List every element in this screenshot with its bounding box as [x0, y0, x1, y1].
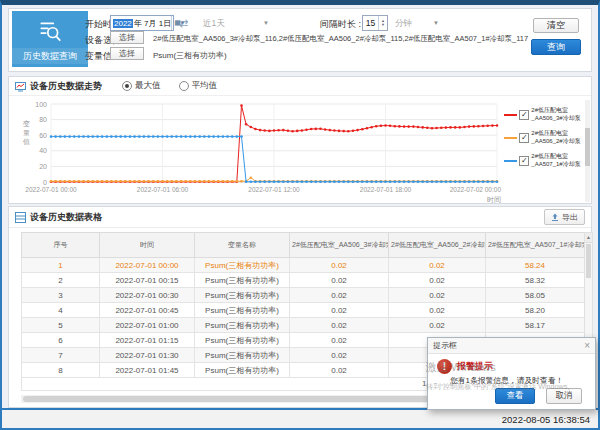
status-bar: 2022-08-05 16:38:54 — [2, 408, 598, 428]
table-cell: Psum(三相有功功率) — [195, 273, 290, 288]
radio-avg[interactable]: 平均值 — [179, 80, 218, 92]
interval-stepper[interactable]: 15 ▲ ▼ — [362, 15, 388, 31]
variable-select-button[interactable]: 选择 — [110, 47, 144, 60]
chart-legend: ✓2#低压配电室_AA506_3#冷却泵✓2#低压配电室_AA506_2#冷却泵… — [504, 96, 584, 206]
svg-text:80: 80 — [39, 116, 47, 123]
table-cell: 8 — [22, 363, 100, 378]
query-button[interactable]: 查询 — [531, 39, 581, 55]
dialog-title: 提示框 — [433, 340, 457, 351]
clear-button[interactable]: 清空 — [533, 18, 579, 33]
table-row[interactable]: 32022-07-01 00:30Psum(三相有功功率)0.020.0258.… — [22, 288, 585, 303]
svg-text:60: 60 — [39, 132, 47, 139]
table-cell: 0.02 — [290, 288, 389, 303]
table-cell: 2022-07-01 01:00 — [100, 318, 195, 333]
trend-panel: 设备历史数据走势 最大值 平均值 0204060801002022-07-01 … — [8, 76, 592, 204]
table-header-cell: 2#低压配电室_AA506_2#冷却泵... — [389, 233, 486, 258]
legend-label: 2#低压配电室_AA506_2#冷却泵 — [531, 129, 580, 145]
table-panel-header: 设备历史数据表格 导出 — [9, 207, 591, 228]
spinner-down-icon[interactable]: ▼ — [381, 23, 385, 27]
table-cell: 0.02 — [290, 303, 389, 318]
radio-max-circle[interactable] — [122, 81, 132, 91]
date-rest[interactable]: 年 7月 1日 — [134, 18, 171, 29]
table-cell: 0.02 — [389, 288, 486, 303]
dialog-buttons: 查看 取消 — [495, 388, 582, 404]
scrollbar-up-icon[interactable]: ▲ — [585, 233, 592, 243]
alert-dialog: 提示框 × ! 报警提示 您有1条报警信息，请及时查看！ 查看 取消 — [427, 337, 596, 410]
table-cell: 7 — [22, 348, 100, 363]
table-cell: Psum(三相有功功率) — [195, 333, 290, 348]
table-cell: 0.02 — [290, 333, 389, 348]
alert-title: 报警提示 — [457, 360, 493, 373]
dialog-close-icon[interactable]: × — [584, 341, 590, 351]
table-cell: 2 — [22, 273, 100, 288]
legend-entry: ✓2#低压配电室_AA506_2#冷却泵 — [504, 129, 584, 145]
device-list-text: 2#低压配电室_AA506_3#冷却泵_116,2#低压配电室_AA506_2#… — [153, 34, 528, 44]
export-up-arrow-icon — [551, 213, 559, 221]
table-cell: 6 — [22, 333, 100, 348]
interval-spinner-arrows[interactable]: ▲ ▼ — [378, 16, 387, 30]
interval-unit-dropdown-icon[interactable]: ▼ — [433, 20, 439, 26]
legend-checkbox[interactable]: ✓ — [519, 110, 529, 120]
dialog-titlebar[interactable]: 提示框 × — [428, 338, 595, 354]
svg-text:0: 0 — [43, 179, 47, 186]
legend-entry: ✓2#低压配电室_AA507_1#冷却泵 — [504, 152, 584, 168]
table-cell: 2022-07-01 00:15 — [100, 273, 195, 288]
export-label: 导出 — [562, 212, 578, 223]
radio-max-label: 最大值 — [135, 80, 161, 92]
table-cell: 0.02 — [290, 318, 389, 333]
legend-series-line-icon — [504, 160, 517, 162]
app-tile: 历史数据查询 — [12, 11, 88, 67]
table-header-cell: 时间 — [100, 233, 195, 258]
svg-text:40: 40 — [39, 147, 47, 154]
time-range-dropdown-icon[interactable]: ▼ — [263, 20, 269, 26]
table-cell: 0.02 — [290, 258, 389, 273]
table-header-cell: 2#低压配电室_AA507_1#冷却泵... — [486, 233, 585, 258]
device-select-button[interactable]: 选择 — [110, 31, 144, 44]
svg-text:20: 20 — [39, 163, 47, 170]
table-cell: 2022-07-01 01:30 — [100, 348, 195, 363]
table-row[interactable]: 12022-07-01 00:00Psum(三相有功功率)0.020.0258.… — [22, 258, 585, 273]
legend-entry: ✓2#低压配电室_AA506_3#冷却泵 — [504, 106, 584, 122]
table-row[interactable]: 22022-07-01 00:15Psum(三相有功功率)0.020.0258.… — [22, 273, 585, 288]
interval-unit-select[interactable]: 分钟 — [395, 18, 412, 30]
export-button[interactable]: 导出 — [544, 209, 585, 225]
table-cell: 58.32 — [486, 273, 585, 288]
table-cell: 1 — [22, 258, 100, 273]
interval-value[interactable]: 15 — [363, 16, 378, 30]
trend-chart-icon — [15, 81, 26, 92]
table-cell: 3 — [22, 288, 100, 303]
radio-max[interactable]: 最大值 — [122, 80, 161, 92]
trend-chart-body: 0204060801002022-07-01 00:002022-07-01 0… — [9, 96, 591, 206]
dialog-view-button[interactable]: 查看 — [495, 388, 535, 404]
query-panel: 历史数据查询 开始时间: 2022 年 7月 1日 ▦▾ ⇄ 近1天 ▼ 间隔时… — [8, 8, 592, 72]
swap-time-icon[interactable]: ⇄ — [179, 17, 188, 30]
legend-scrollbar-thumb[interactable] — [585, 128, 590, 166]
radio-avg-circle[interactable] — [179, 81, 189, 91]
table-cell: 2022-07-01 00:00 — [100, 258, 195, 273]
table-cell: Psum(三相有功功率) — [195, 348, 290, 363]
svg-text:2022-07-01 18:00: 2022-07-01 18:00 — [360, 186, 412, 193]
legend-scrollbar[interactable] — [585, 100, 590, 202]
legend-checkbox[interactable]: ✓ — [519, 156, 529, 166]
table-cell: 58.17 — [486, 318, 585, 333]
scrollbar-thumb[interactable] — [586, 244, 591, 278]
svg-text:100: 100 — [35, 101, 47, 108]
dialog-cancel-button[interactable]: 取消 — [546, 388, 582, 404]
svg-text:2022-07-01 06:00: 2022-07-01 06:00 — [137, 186, 189, 193]
table-cell: Psum(三相有功功率) — [195, 258, 290, 273]
trend-chart: 0204060801002022-07-01 00:002022-07-01 0… — [9, 96, 504, 206]
table-header-cell: 2#低压配电室_AA506_3#冷却泵... — [290, 233, 389, 258]
legend-series-line-icon — [504, 114, 517, 116]
table-cell: Psum(三相有功功率) — [195, 318, 290, 333]
table-cell: 0.02 — [290, 348, 389, 363]
legend-checkbox[interactable]: ✓ — [519, 133, 529, 143]
table-cell: 58.05 — [486, 288, 585, 303]
table-header-row: 序号时间变量名称2#低压配电室_AA506_3#冷却泵...2#低压配电室_AA… — [22, 233, 585, 258]
svg-text:2022-07-01 12:00: 2022-07-01 12:00 — [248, 186, 300, 193]
table-row[interactable]: 42022-07-01 00:45Psum(三相有功功率)0.020.0258.… — [22, 303, 585, 318]
time-range-select[interactable]: 近1天 — [203, 18, 225, 30]
date-picker[interactable]: 2022 年 7月 1日 ▦▾ — [110, 15, 174, 31]
table-cell: 2022-07-01 00:45 — [100, 303, 195, 318]
table-row[interactable]: 52022-07-01 01:00Psum(三相有功功率)0.020.0258.… — [22, 318, 585, 333]
date-year-selected[interactable]: 2022 — [113, 19, 133, 28]
